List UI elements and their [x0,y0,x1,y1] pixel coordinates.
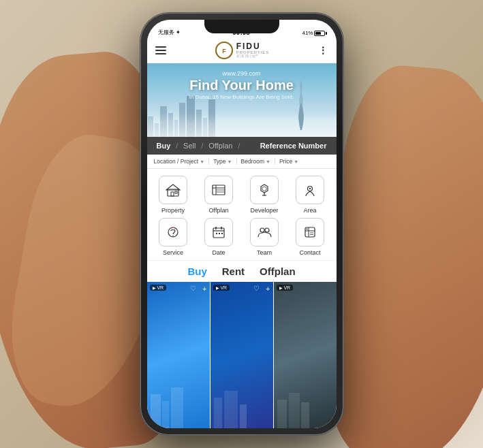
property-icon-box [159,176,187,204]
listing-card-1[interactable]: ♡ + ▶ VR [147,282,210,428]
cat-tab-offplan[interactable]: Offplan [260,266,296,277]
area-icon [302,182,317,197]
contact-icon [302,225,317,240]
cat-tab-buy[interactable]: Buy [187,266,206,277]
status-battery-area: 41% [302,30,325,36]
team-icon-box [250,218,279,246]
logo-text: FIDU PROPERTIES 富|富|富|地产 [236,42,270,58]
property-icon [166,182,181,197]
service-label: Service [163,249,183,256]
phone-screen: 无服务 ✦ 09:08 41% [147,20,337,428]
battery-percent: 41% [302,30,313,36]
team-icon [257,225,272,240]
filter-price-label: Price [279,158,292,165]
notch [204,20,279,33]
icon-item-property[interactable]: Property [151,174,196,215]
listings-row: ♡ + ▶ VR ♡ + ▶ VR [147,282,337,428]
status-carrier: 无服务 ✦ [158,29,181,36]
icon-item-date[interactable]: Date [197,217,241,257]
svg-marker-2 [298,103,304,130]
cat-tab-rent[interactable]: Rent [222,266,245,277]
offplan-label: Offplan [209,207,229,214]
tab-offplan[interactable]: Offplan [203,137,238,155]
listing-card-2[interactable]: ♡ + ▶ VR [210,282,273,428]
svg-rect-26 [221,233,223,234]
filter-bedroom-label: Bedroom [241,158,265,165]
filter-bedroom-arrow: ▼ [266,159,270,164]
filter-price-arrow: ▼ [294,159,298,164]
svg-rect-5 [171,192,174,196]
filter-bedroom[interactable]: Bedroom ▼ [241,158,270,165]
filter-type-label: Type [213,158,225,165]
tab-sell[interactable]: Sell [178,137,201,155]
search-tabs: Buy / Sell / Offplan / Reference Number [147,137,337,155]
listing-1-add[interactable]: + [202,285,206,293]
icon-item-service[interactable]: Service [151,217,196,257]
svg-point-27 [260,228,264,232]
hamburger-button[interactable] [155,46,166,54]
filter-location[interactable]: Location / Project ▼ [154,158,205,165]
contact-icon-box [296,218,324,246]
filter-type[interactable]: Type ▼ [213,158,232,165]
filter-location-label: Location / Project [154,158,199,165]
filter-price[interactable]: Price ▼ [279,158,298,165]
hero-url: www.299.com [147,70,337,77]
logo-emblem-icon: F [219,45,230,56]
svg-point-19 [172,236,174,237]
contact-label: Contact [299,249,320,256]
logo: F FIDU PROPERTIES 富|富|富|地产 [215,42,270,59]
hero-subtitle: In Dubai, 15 New Buildings Are Being Sol… [147,94,337,100]
phone-shell: 无服务 ✦ 09:08 41% [140,13,343,435]
icon-item-contact[interactable]: Contact [288,217,332,257]
date-icon [211,225,226,240]
service-icon-box [159,218,187,246]
svg-point-17 [309,188,311,189]
svg-point-28 [265,228,269,232]
svg-rect-6 [175,191,177,193]
logo-emblem: F [215,42,233,59]
nav-bar: F FIDU PROPERTIES 富|富|富|地产 ⋮ [147,37,337,63]
listing-2-badge: ▶ VR [213,285,230,291]
svg-rect-25 [219,233,220,234]
category-tabs: Buy Rent Offplan [147,260,337,282]
listing-3-badge: ▶ VR [277,285,294,291]
battery-icon [314,31,325,36]
hero-text: www.299.com Find Your Home In Dubai, 15 … [147,70,337,100]
listing-2-fav[interactable]: ♡ [253,285,260,292]
developer-label: Developer [250,207,278,214]
offplan-icon-box [204,176,233,204]
icon-item-team[interactable]: Team [243,217,287,257]
date-icon-box [204,218,233,246]
more-options-button[interactable]: ⋮ [318,45,328,56]
svg-text:F: F [222,48,226,54]
icon-item-offplan[interactable]: Offplan [197,174,241,215]
tab-reference[interactable]: Reference Number [255,137,332,155]
developer-icon-box [250,176,279,204]
listing-1-badge: ▶ VR [150,285,167,291]
hero-title: Find Your Home [147,78,337,93]
date-label: Date [212,249,225,256]
listing-2-add[interactable]: + [266,285,270,293]
logo-main-text: FIDU [236,42,270,50]
svg-point-32 [307,229,308,230]
svg-marker-13 [262,187,266,191]
property-label: Property [161,207,185,214]
hero-section: www.299.com Find Your Home In Dubai, 15 … [147,63,337,137]
area-icon-box [296,176,324,204]
svg-rect-24 [216,233,217,234]
icon-grid: Property Offplan [147,169,337,260]
service-icon [166,225,181,240]
listing-card-3[interactable]: ▶ VR [273,282,337,428]
listing-1-fav[interactable]: ♡ [190,285,196,292]
offplan-icon [211,182,226,197]
filter-location-arrow: ▼ [200,159,204,164]
icon-item-area[interactable]: Area [288,174,332,215]
filter-bar: Location / Project ▼ Type ▼ Bedroom ▼ Pr… [147,155,337,169]
icon-item-developer[interactable]: Developer [243,174,287,215]
logo-sub-text: 富|富|富|地产 [236,54,270,58]
area-label: Area [303,207,316,214]
filter-type-arrow: ▼ [228,159,232,164]
developer-icon [257,182,272,197]
svg-marker-12 [261,185,268,193]
tab-buy[interactable]: Buy [151,137,176,155]
